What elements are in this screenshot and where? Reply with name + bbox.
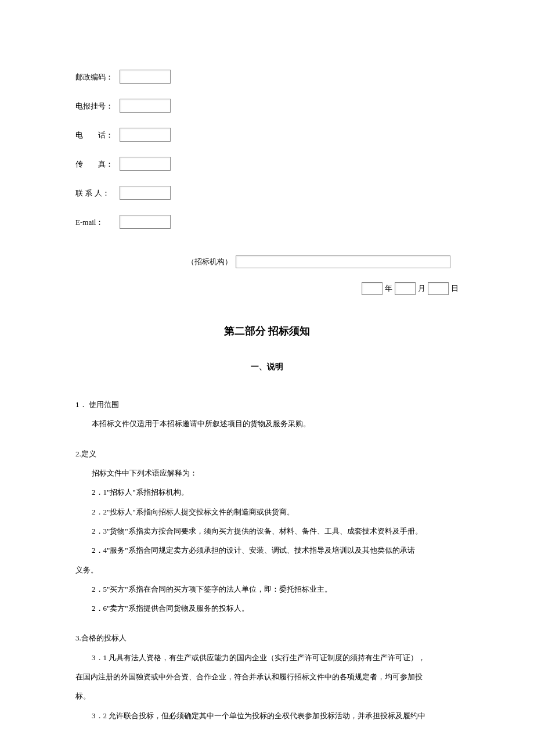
email-label: E-mail：: [75, 217, 116, 229]
org-label: （招标机构）: [187, 256, 232, 268]
clause-2-p3: 2．2"投标人"系指向招标人提交投标文件的制造商或供货商。: [75, 504, 459, 520]
day-suffix: 日: [451, 283, 459, 295]
phone-label: 电 话：: [75, 129, 116, 142]
clause-2: 2.定义 招标文件中下列术语应解释为： 2．1"招标人"系指招标机构。 2．2"…: [75, 446, 459, 617]
clause-3-header: 3.合格的投标人: [75, 630, 459, 646]
telex-label: 电报挂号：: [75, 100, 116, 113]
clause-2-p5: 2．4"服务"系指合同规定卖方必须承担的设计、安装、调试、技术指导及培训以及其他…: [75, 542, 459, 558]
month-input[interactable]: [395, 282, 416, 295]
clause-2-p4: 2．3"货物"系指卖方按合同要求，须向买方提供的设备、材料、备件、工具、成套技术…: [75, 523, 459, 539]
clause-3-p1: 3．1 凡具有法人资格，有生产或供应能力的国内企业（实行生产许可证制度的须持有生…: [75, 650, 459, 665]
clause-3-p1b: 在国内注册的外国独资或中外合资、合作企业，符合并承认和履行招标文件中的各项规定者…: [75, 669, 459, 685]
day-input[interactable]: [428, 282, 449, 295]
year-input[interactable]: [362, 282, 383, 295]
document-page: 邮政编码： 电报挂号： 电 话： 传 真： 联 系 人： E-mail： （招标…: [0, 0, 534, 756]
email-input[interactable]: [120, 215, 171, 229]
fax-input[interactable]: [120, 157, 171, 171]
year-suffix: 年: [385, 283, 392, 295]
section-title: 第二部分 招标须知: [75, 323, 459, 340]
clause-1-p1: 本招标文件仅适用于本招标邀请中所叙述项目的货物及服务采购。: [75, 416, 459, 431]
clause-2-p7: 2．6"卖方"系指提供合同货物及服务的投标人。: [75, 600, 459, 616]
phone-input[interactable]: [120, 128, 171, 142]
month-suffix: 月: [418, 283, 425, 295]
clause-1: 1． 使用范围 本招标文件仅适用于本招标邀请中所叙述项目的货物及服务采购。: [75, 397, 459, 432]
clause-3-p2: 3．2 允许联合投标，但必须确定其中一个单位为投标的全权代表参加投标活动，并承担…: [75, 708, 459, 723]
phone-row: 电 话：: [75, 128, 459, 142]
contact-input[interactable]: [120, 186, 171, 200]
clause-2-p2: 2．1"招标人"系指招标机构。: [75, 484, 459, 500]
email-row: E-mail：: [75, 215, 459, 229]
fax-label: 传 真：: [75, 159, 116, 171]
sub-title: 一、说明: [75, 361, 459, 373]
postal-code-label: 邮政编码：: [75, 71, 116, 84]
org-row: （招标机构）: [75, 255, 459, 268]
clause-3-p1c: 标。: [75, 688, 459, 704]
date-row: 年 月 日: [75, 282, 459, 295]
clause-2-p1: 招标文件中下列术语应解释为：: [75, 465, 459, 481]
org-input[interactable]: [236, 255, 450, 268]
clause-2-p5b: 义务。: [75, 562, 459, 578]
telex-input[interactable]: [120, 99, 171, 113]
clause-2-header: 2.定义: [75, 446, 459, 462]
fax-row: 传 真：: [75, 157, 459, 171]
postal-code-row: 邮政编码：: [75, 70, 459, 84]
telex-row: 电报挂号：: [75, 99, 459, 113]
postal-code-input[interactable]: [120, 70, 171, 84]
clause-1-header: 1． 使用范围: [75, 397, 459, 412]
clause-2-p6: 2．5"买方"系指在合同的买方项下签字的法人单位，即：委托招标业主。: [75, 581, 459, 597]
contact-row: 联 系 人：: [75, 186, 459, 200]
contact-label: 联 系 人：: [75, 188, 116, 200]
clause-3: 3.合格的投标人 3．1 凡具有法人资格，有生产或供应能力的国内企业（实行生产许…: [75, 630, 459, 723]
